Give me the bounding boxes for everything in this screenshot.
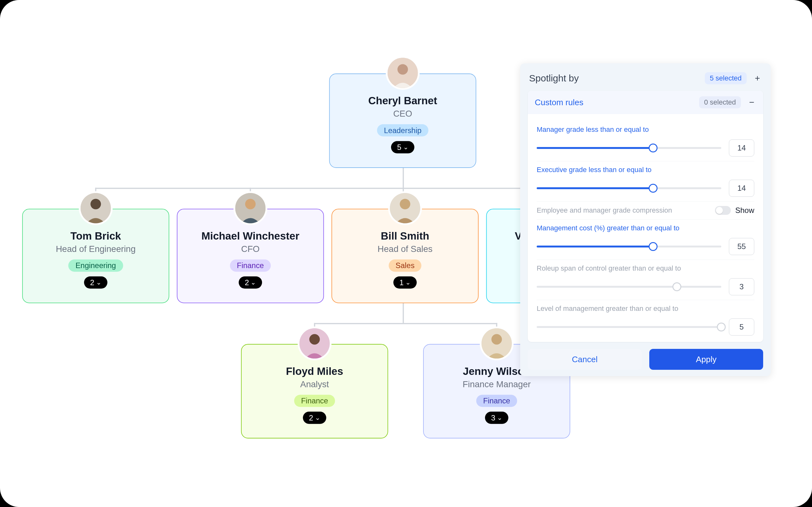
- minus-icon[interactable]: −: [747, 98, 756, 107]
- person-name: Bill Smith: [332, 230, 478, 243]
- cancel-button[interactable]: Cancel: [528, 349, 642, 370]
- svg-point-1: [397, 64, 408, 74]
- avatar: [235, 193, 266, 223]
- person-name: Michael Winchester: [177, 230, 323, 243]
- svg-point-9: [309, 334, 320, 344]
- rule-label: Executive grade less than or equal to: [537, 166, 754, 174]
- person-name: Floyd Miles: [242, 366, 388, 378]
- apply-button[interactable]: Apply: [649, 349, 763, 370]
- avatar: [81, 193, 111, 223]
- plus-icon[interactable]: +: [753, 74, 762, 83]
- rule-label: Roleup span of control greater than or e…: [537, 264, 754, 273]
- reports-count[interactable]: 2⌄: [303, 412, 326, 424]
- dept-tag: Leadership: [377, 124, 428, 136]
- slider[interactable]: [537, 147, 721, 149]
- value-input[interactable]: 3: [729, 278, 754, 295]
- rule-executive-grade: Executive grade less than or equal to 14: [537, 161, 754, 202]
- slider[interactable]: [537, 326, 721, 328]
- spotlight-selected-badge[interactable]: 5 selected: [705, 72, 747, 84]
- spotlight-panel: Spotlight by 5 selected + Custom rules 0…: [520, 63, 771, 376]
- dept-tag: Finance: [476, 395, 517, 407]
- chevron-down-icon: ⌄: [251, 279, 256, 286]
- reports-count[interactable]: 2⌄: [239, 276, 262, 289]
- avatar: [481, 328, 512, 359]
- org-card-sales[interactable]: Bill Smith Head of Sales Sales 1⌄: [332, 209, 478, 303]
- custom-rules-title: Custom rules: [535, 98, 583, 107]
- reports-count[interactable]: 3⌄: [485, 412, 508, 424]
- slider[interactable]: [537, 286, 721, 288]
- org-card-ceo[interactable]: Cheryl Barnet CEO Leadership 5⌄: [329, 73, 476, 168]
- custom-rules-section: Custom rules 0 selected − Manager grade …: [528, 91, 763, 342]
- person-name: Tom Brick: [23, 230, 169, 243]
- spotlight-title: Spotlight by: [529, 73, 579, 83]
- rule-label: Manager grade less than or equal to: [537, 125, 754, 134]
- value-input[interactable]: 14: [729, 180, 754, 197]
- avatar: [299, 328, 330, 359]
- reports-count[interactable]: 5⌄: [391, 141, 414, 153]
- person-role: CEO: [330, 108, 476, 118]
- person-role: CFO: [177, 244, 323, 253]
- dept-tag: Engineering: [68, 260, 123, 272]
- dept-tag: Finance: [230, 260, 271, 272]
- rule-span-of-control: Roleup span of control greater than or e…: [537, 260, 754, 300]
- rule-manager-grade: Manager grade less than or equal to 14: [537, 121, 754, 161]
- rule-label: Level of management greater than or equa…: [537, 304, 754, 313]
- org-card-cfo[interactable]: Michael Winchester CFO Finance 2⌄: [177, 209, 324, 303]
- person-role: Finance Manager: [424, 379, 570, 389]
- svg-point-7: [400, 199, 410, 209]
- reports-count[interactable]: 1⌄: [394, 276, 416, 289]
- rule-management-cost: Management cost (%) greater than or equa…: [537, 220, 754, 260]
- custom-rules-selected-badge[interactable]: 0 selected: [699, 96, 741, 108]
- rule-grade-compression: Employee and manager grade compression S…: [537, 202, 754, 220]
- toggle-switch[interactable]: [715, 206, 731, 215]
- rule-label: Employee and manager grade compression: [537, 206, 672, 215]
- reports-count[interactable]: 2⌄: [84, 276, 107, 289]
- svg-point-11: [491, 334, 502, 344]
- chevron-down-icon: ⌄: [497, 414, 502, 421]
- person-name: Cheryl Barnet: [330, 95, 476, 107]
- value-input[interactable]: 14: [729, 139, 754, 157]
- chevron-down-icon: ⌄: [315, 414, 320, 421]
- org-card-engineering[interactable]: Tom Brick Head of Engineering Engineerin…: [22, 209, 169, 303]
- svg-point-5: [245, 199, 256, 209]
- rule-label: Management cost (%) greater than or equa…: [537, 224, 754, 232]
- value-input[interactable]: 5: [729, 319, 754, 336]
- rule-level-of-management: Level of management greater than or equa…: [537, 300, 754, 340]
- dept-tag: Sales: [389, 260, 421, 272]
- slider[interactable]: [537, 245, 721, 247]
- toggle-label: Show: [735, 206, 754, 215]
- chevron-down-icon: ⌄: [403, 144, 409, 151]
- chevron-down-icon: ⌄: [96, 279, 101, 286]
- slider[interactable]: [537, 187, 721, 189]
- person-role: Analyst: [242, 379, 388, 389]
- person-role: Head of Engineering: [23, 244, 169, 253]
- dept-tag: Finance: [294, 395, 335, 407]
- value-input[interactable]: 55: [729, 238, 754, 255]
- person-role: Head of Sales: [332, 244, 478, 253]
- org-card-analyst[interactable]: Floyd Miles Analyst Finance 2⌄: [241, 344, 388, 439]
- chevron-down-icon: ⌄: [405, 279, 411, 286]
- avatar: [388, 58, 418, 88]
- svg-point-3: [90, 199, 101, 209]
- avatar: [390, 193, 420, 223]
